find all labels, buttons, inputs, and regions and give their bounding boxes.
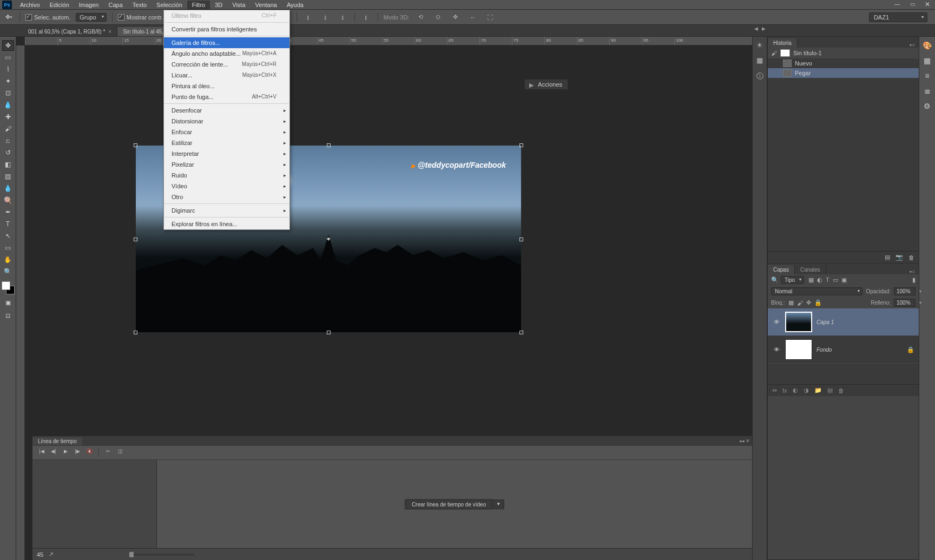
- eraser-tool[interactable]: ◧: [2, 159, 14, 170]
- menu-item[interactable]: Explorar filtros en línea...: [164, 219, 289, 229]
- transition-button[interactable]: ◫: [115, 449, 125, 457]
- layer-row[interactable]: 👁 Fondo 🔒: [768, 336, 919, 364]
- magic-wand-tool[interactable]: ✦: [2, 76, 14, 87]
- timeline-tracks[interactable]: Crear línea de tiempo de vídeo ▼: [157, 460, 752, 548]
- next-frame-button[interactable]: |▶: [73, 449, 82, 457]
- snapshot-icon[interactable]: 📷: [896, 254, 903, 261]
- type-tool[interactable]: T: [2, 219, 14, 229]
- brushes-panel-icon[interactable]: ≡: [923, 71, 932, 81]
- layers-tab[interactable]: Capas: [768, 265, 795, 274]
- menu-texto[interactable]: Texto: [128, 1, 152, 9]
- history-snapshot-row[interactable]: 🖌 Sin título-1: [768, 48, 919, 58]
- menu-item[interactable]: Pintura al óleo...: [164, 81, 289, 91]
- menu-archivo[interactable]: Archivo: [15, 1, 45, 9]
- split-clip-button[interactable]: ✂: [103, 449, 113, 457]
- 3d-pan-icon[interactable]: ✥: [449, 12, 461, 23]
- menu-item[interactable]: Distorsionar: [164, 116, 289, 127]
- transform-handle[interactable]: [519, 331, 523, 334]
- group-select[interactable]: Grupo: [76, 13, 107, 22]
- new-layer-icon[interactable]: ▤: [827, 387, 833, 394]
- adjustments-icon[interactable]: ☀: [755, 41, 765, 51]
- menu-edicion[interactable]: Edición: [45, 1, 74, 9]
- filter-text-icon[interactable]: T: [826, 276, 829, 284]
- distribute-icon[interactable]: ⫿: [360, 12, 372, 23]
- styles-icon[interactable]: ▦: [755, 56, 765, 66]
- menu-item[interactable]: Estilizar: [164, 137, 289, 148]
- gradient-tool[interactable]: ▤: [2, 171, 14, 182]
- lock-transparent-icon[interactable]: ▦: [788, 299, 794, 306]
- blur-tool[interactable]: 💧: [2, 183, 14, 194]
- menu-ventana[interactable]: Ventana: [251, 1, 282, 9]
- history-brush-tool[interactable]: ↺: [2, 147, 14, 158]
- zoom-tool[interactable]: 🔍: [2, 266, 14, 277]
- workspace-selector[interactable]: DAZ1: [869, 12, 927, 22]
- menu-item[interactable]: Desenfocar: [164, 105, 289, 116]
- nav-right-icon[interactable]: ▶: [760, 26, 767, 31]
- menu-item[interactable]: Corrección de lente...Mayús+Ctrl+R: [164, 59, 289, 70]
- transform-center-icon[interactable]: ✦: [325, 236, 332, 242]
- move-tool[interactable]: ✥: [2, 40, 14, 51]
- menu-filtro[interactable]: Filtro: [187, 1, 210, 9]
- visibility-icon[interactable]: 👁: [772, 319, 781, 325]
- layer-thumbnail[interactable]: [785, 339, 812, 360]
- 3d-roll-icon[interactable]: ⊙: [432, 12, 444, 23]
- collapse-icon[interactable]: ◂◂: [739, 438, 745, 444]
- distribute-icon[interactable]: ⫿: [337, 12, 349, 23]
- layer-fx-icon[interactable]: fx: [782, 387, 787, 394]
- layer-name[interactable]: Capa 1: [817, 319, 834, 325]
- menu-item[interactable]: Vídeo: [164, 181, 289, 192]
- transform-handle[interactable]: [327, 331, 331, 334]
- menu-item[interactable]: Digimarc: [164, 205, 289, 216]
- filter-kind-select[interactable]: Tipo: [781, 276, 804, 284]
- pen-tool[interactable]: ✒: [2, 207, 14, 218]
- opacity-input[interactable]: 100%▾: [894, 287, 916, 295]
- lock-position-icon[interactable]: ✥: [806, 299, 811, 306]
- fill-input[interactable]: 100%▾: [894, 299, 916, 307]
- menu-item[interactable]: Licuar...Mayús+Ctrl+X: [164, 70, 289, 81]
- filter-shape-icon[interactable]: ▭: [833, 276, 838, 284]
- close-icon[interactable]: ✕: [746, 438, 750, 444]
- shape-tool[interactable]: ▭: [2, 242, 14, 253]
- document-tab[interactable]: 001 al 60,5% (Capa 1, RGB/8) * ×: [23, 27, 117, 36]
- group-icon[interactable]: 📁: [814, 387, 822, 394]
- menu-item[interactable]: Ángulo ancho adaptable...Mayús+Ctrl+A: [164, 48, 289, 59]
- transform-handle[interactable]: [134, 238, 137, 241]
- transform-handle[interactable]: [134, 143, 137, 147]
- auto-select-checkbox[interactable]: Selec. autom.: [25, 14, 70, 21]
- color-swatch[interactable]: [2, 281, 15, 294]
- crop-tool[interactable]: ⊡: [2, 88, 14, 98]
- menu-item[interactable]: Pixelizar: [164, 159, 289, 170]
- 3d-scale-icon[interactable]: ⛶: [484, 12, 496, 23]
- create-doc-icon[interactable]: ▤: [885, 254, 890, 261]
- panel-menu-icon[interactable]: ▾≡: [906, 269, 919, 274]
- lock-pixels-icon[interactable]: 🖌: [797, 300, 803, 306]
- layer-thumbnail[interactable]: [785, 312, 812, 332]
- layer-mask-icon[interactable]: ◐: [793, 387, 798, 394]
- eyedropper-tool[interactable]: 💧: [2, 100, 14, 110]
- brush-tool[interactable]: 🖌: [2, 123, 14, 134]
- lock-icon[interactable]: 🔒: [907, 346, 914, 353]
- brush-presets-icon[interactable]: ≣: [923, 87, 932, 96]
- actions-panel-button[interactable]: ▶ Acciones: [524, 79, 568, 90]
- clone-stamp-tool[interactable]: ⎌: [2, 135, 14, 146]
- menu-capa[interactable]: Capa: [103, 1, 127, 9]
- dropdown-icon[interactable]: ▼: [493, 499, 504, 509]
- distribute-icon[interactable]: ⫿: [302, 12, 314, 23]
- channels-tab[interactable]: Canales: [795, 265, 826, 274]
- timeline-tab[interactable]: Línea de tiempo: [32, 437, 82, 445]
- tool-presets-icon[interactable]: ⚙: [923, 102, 932, 111]
- hand-tool[interactable]: ✋: [2, 254, 14, 265]
- minimize-button[interactable]: —: [890, 1, 905, 9]
- history-tab[interactable]: Historia: [768, 38, 798, 48]
- timeline-zoom-slider[interactable]: [129, 554, 194, 556]
- marquee-tool[interactable]: ▭: [2, 52, 14, 63]
- menu-item[interactable]: Ruido: [164, 170, 289, 181]
- filter-smart-icon[interactable]: ▣: [841, 276, 847, 284]
- menu-3d[interactable]: 3D: [210, 1, 227, 9]
- color-panel-icon[interactable]: 🎨: [923, 41, 932, 51]
- close-tab-icon[interactable]: ×: [108, 29, 111, 35]
- menu-ayuda[interactable]: Ayuda: [282, 1, 308, 9]
- prev-frame-button[interactable]: ◀|: [49, 449, 58, 457]
- filter-pixel-icon[interactable]: ▦: [808, 276, 814, 284]
- visibility-icon[interactable]: 👁: [772, 346, 781, 353]
